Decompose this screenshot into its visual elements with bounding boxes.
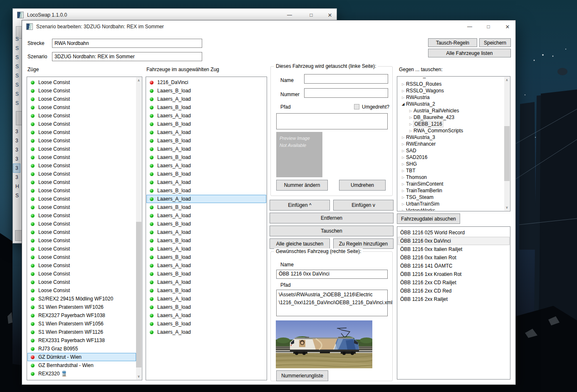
fahrzeug-list-item[interactable]: Laaers_A_load <box>146 195 266 203</box>
fahrzeug-list-item[interactable]: Laaers_A_load <box>146 95 266 103</box>
dialog-titlebar[interactable]: Szenario bearbeiten: 3DZUG Nordbahn: REX… <box>22 20 515 33</box>
fahrzeug-list-item[interactable]: Laaers_A_load <box>146 145 266 153</box>
tree-item[interactable]: ▷ RWAustria <box>398 94 504 101</box>
fahrzeug-list-item[interactable]: Laaers_B_load <box>146 203 266 211</box>
variant-list-item[interactable]: ÖBB 1216 1xx Kroatien Rot <box>398 270 510 278</box>
nummer-aendern-button[interactable]: Nummer ändern <box>276 180 328 191</box>
tree-expander-icon[interactable]: ▷ <box>400 136 406 139</box>
fahrzeug-list-item[interactable]: Laaers_A_load <box>146 228 266 236</box>
tree-expander-icon[interactable]: ▷ <box>400 96 406 99</box>
tree-expander-icon[interactable]: ▷ <box>400 189 406 193</box>
zug-list-item[interactable]: Loose Consist <box>27 128 136 136</box>
zug-list-item[interactable]: Loose Consist <box>27 153 136 161</box>
fahrzeug-list-item[interactable]: Laaers_B_load <box>146 120 266 128</box>
variant-list-item[interactable]: ÖBB 1216 0xx Italien Railjet <box>398 245 510 253</box>
scroll-down-icon[interactable]: ∨ <box>504 204 510 211</box>
zug-list-item[interactable]: S1 Wien Praterstern WF1126 <box>27 328 136 336</box>
zug-list-item[interactable]: Loose Consist <box>27 228 136 236</box>
zuege-scrollbar[interactable]: ∧ ∨ <box>136 77 141 380</box>
zuege-scrollbar-thumb[interactable] <box>136 222 141 367</box>
variant-list-item[interactable]: ÖBB 1216 0xx Italien Rot <box>398 253 510 262</box>
zug-list-item[interactable]: S1 Wien Praterstern WF1056 <box>27 320 136 328</box>
fahrzeug-list-item[interactable]: Laaers_A_load <box>146 245 266 253</box>
fahrzeug-list-item[interactable]: Laaers_B_load <box>146 153 266 161</box>
fahrzeugdatei-absuchen-button[interactable]: Fahrzeugdatei absuchen <box>397 213 460 224</box>
zug-list-item[interactable]: GZ Dürnkrut - Wien <box>27 353 136 361</box>
zug-list-item[interactable]: Loose Consist <box>27 112 136 120</box>
zug-list-item[interactable]: S2/REX2 29415 Mödling WF1020 <box>27 295 136 303</box>
pfad-input[interactable] <box>276 113 388 129</box>
zug-list-item[interactable]: Loose Consist <box>27 203 136 211</box>
alle-gleiche-tauschen-button[interactable]: Alle gleiche tauschen <box>270 238 330 249</box>
tree-expander-icon[interactable]: ◢ <box>400 102 406 106</box>
gewuenscht-name-input[interactable]: ÖBB 1216 0xx DaVinci <box>276 270 388 279</box>
tree-item[interactable]: ▷ TBT <box>398 167 504 174</box>
fahrzeug-list-item[interactable]: 1216_DaVinci <box>146 78 266 87</box>
fahrzeug-list-item[interactable]: Laaers_B_load <box>146 136 266 145</box>
fahrzeug-list-item[interactable]: Laaers_B_load <box>146 103 266 112</box>
zug-list-item[interactable]: Loose Consist <box>27 278 136 286</box>
main-minimize-button[interactable]: — <box>282 9 297 21</box>
fahrzeug-list-item[interactable]: Laaers_B_load <box>146 170 266 178</box>
tree-item[interactable]: ▷ Thomson <box>398 174 504 181</box>
zug-list-item[interactable]: Loose Consist <box>27 120 136 128</box>
tree-expander-icon[interactable]: ▷ <box>408 129 414 133</box>
fahrzeug-list-item[interactable]: Laaers_B_load <box>146 253 266 261</box>
zug-list-item[interactable]: Loose Consist <box>27 78 136 87</box>
fahrzeug-list-item[interactable]: Laaers_A_load <box>146 128 266 136</box>
fahrzeug-list-item[interactable]: Laaers_B_load <box>146 303 266 311</box>
tree-expander-icon[interactable]: ▷ <box>400 162 406 166</box>
tree-expander-icon[interactable]: ▷ <box>400 176 406 179</box>
einfuegen-oben-button[interactable]: Einfügen ^ <box>270 200 330 211</box>
tree-item[interactable]: ▷ OEBB_1216 <box>398 121 504 127</box>
zug-list-item[interactable]: RJ73 Graz B0955 <box>27 345 136 353</box>
zug-list-item[interactable]: Loose Consist <box>27 270 136 278</box>
zug-list-item[interactable]: Loose Consist <box>27 286 136 295</box>
zug-list-item[interactable]: Loose Consist <box>27 170 136 178</box>
zug-list-item[interactable]: Loose Consist <box>27 261 136 270</box>
tree-item[interactable]: ▷ SAD2016 <box>398 154 504 161</box>
zug-list-item[interactable]: Loose Consist <box>27 161 136 170</box>
gewuenscht-pfad-input[interactable]: \Assets\RWAustria_2\OEBB_1216\Electric \… <box>276 290 388 316</box>
zu-regeln-hinzufuegen-button[interactable]: Zu Regeln hinzufügen <box>333 238 394 249</box>
tree-expander-icon[interactable]: ▷ <box>400 182 406 186</box>
tauschen-button[interactable]: Tauschen <box>270 226 394 236</box>
tree-item[interactable]: ▷ DB_Baureihe_423 <box>398 114 504 121</box>
tree-expander-icon[interactable]: ▷ <box>408 122 414 126</box>
zug-list-item[interactable]: S1 Wien Praterstern WF1026 <box>27 303 136 311</box>
tausch-regeln-button[interactable]: Tausch-Regeln <box>428 38 477 47</box>
fahrzeug-list-item[interactable]: Laaers_A_load <box>146 112 266 120</box>
variant-list-item[interactable]: ÖBB 1216 141 ÖAMTC <box>398 262 510 270</box>
tree-expander-icon[interactable]: ▷ <box>400 156 406 159</box>
tree-item[interactable]: ▷ RWA_CommonScripts <box>398 127 504 134</box>
tree-item[interactable]: ▷ RWAustria_3 <box>398 134 504 141</box>
tree-expander-icon[interactable]: ▷ <box>400 196 406 199</box>
zug-list-item[interactable]: Loose Consist <box>27 211 136 220</box>
fahrzeug-list-item[interactable]: Laaers_A_load <box>146 295 266 303</box>
tree-expander-icon[interactable]: ▷ <box>400 202 406 206</box>
scroll-up-icon[interactable]: ∧ <box>136 77 141 84</box>
fahrzeug-list-item[interactable]: Laaers_B_load <box>146 186 266 195</box>
fahrzeug-list-item[interactable]: Laaers_A_load <box>146 178 266 186</box>
zug-list-item[interactable]: Loose Consist <box>27 136 136 145</box>
zug-list-item[interactable]: Loose Consist <box>27 220 136 228</box>
variant-list-item[interactable]: ÖBB 1216 2xx CD Red <box>398 287 510 295</box>
zug-list-item[interactable]: Loose Consist <box>27 145 136 153</box>
zug-list-item[interactable]: Loose Consist <box>27 253 136 261</box>
zug-list-item[interactable]: Loose Consist <box>27 87 136 95</box>
tree-scrollbar[interactable]: ∧ ∨ <box>504 77 510 211</box>
tree-expander-icon[interactable]: ▷ <box>400 89 406 93</box>
nummer-input[interactable] <box>304 88 388 98</box>
entfernen-button[interactable]: Entfernen <box>270 213 394 223</box>
zug-list-item[interactable]: Loose Consist <box>27 103 136 112</box>
fahrzeug-list-item[interactable]: Laaers_B_load <box>146 236 266 245</box>
fahrzeug-list-item[interactable]: Laaers_B_load <box>146 270 266 278</box>
fahrzeug-list-item[interactable]: Laaers_A_load <box>146 211 266 220</box>
tree-item[interactable]: ▷ TSG_Steam <box>398 194 504 201</box>
tree-item[interactable]: ▷ Austria_RailVehicles <box>398 107 504 114</box>
fahrzeug-list-item[interactable]: Laaers_B_load <box>146 286 266 295</box>
tree-expander-icon[interactable]: ▷ <box>400 169 406 173</box>
variant-list-item[interactable]: ÖBB 1216 025 World Record <box>398 228 510 237</box>
einfuegen-unten-button[interactable]: Einfügen v <box>333 200 394 211</box>
tree-item[interactable]: ▷ RSSLO_Routes <box>398 81 504 87</box>
